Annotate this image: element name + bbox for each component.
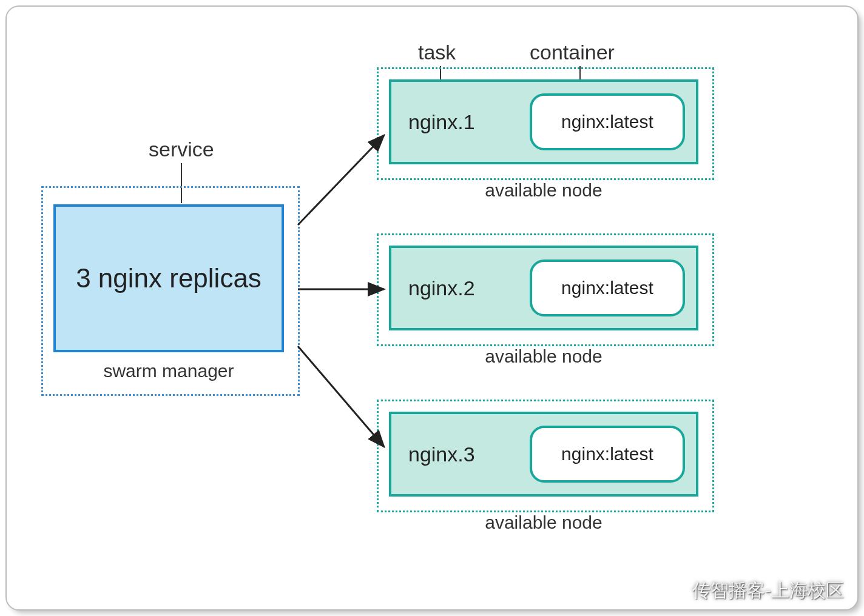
node-caption-3: available node bbox=[377, 512, 710, 533]
label-service: service bbox=[149, 138, 214, 161]
task-box-1: nginx.1 nginx:latest bbox=[389, 79, 698, 164]
task-box-3: nginx.3 nginx:latest bbox=[389, 412, 698, 497]
node-caption-1: available node bbox=[377, 180, 710, 201]
service-box: 3 nginx replicas bbox=[53, 204, 284, 352]
arrow-to-node-3 bbox=[298, 346, 384, 447]
task-name-3: nginx.3 bbox=[391, 443, 530, 466]
container-box-2: nginx:latest bbox=[530, 259, 685, 316]
container-text-1: nginx:latest bbox=[561, 112, 653, 132]
swarm-manager-caption: swarm manager bbox=[41, 361, 296, 381]
service-box-text: 3 nginx replicas bbox=[76, 263, 262, 293]
node-caption-2: available node bbox=[377, 346, 710, 367]
diagram-frame: service task container 3 nginx replicas … bbox=[7, 7, 857, 609]
task-box-2: nginx.2 nginx:latest bbox=[389, 246, 698, 330]
watermark-text: 传智播客-上海校区 bbox=[692, 578, 844, 603]
label-container: container bbox=[530, 41, 615, 64]
container-text-3: nginx:latest bbox=[561, 444, 653, 464]
container-text-2: nginx:latest bbox=[561, 278, 653, 298]
arrow-to-node-1 bbox=[298, 135, 384, 225]
task-name-1: nginx.1 bbox=[391, 110, 530, 134]
label-task: task bbox=[418, 41, 456, 64]
task-name-2: nginx.2 bbox=[391, 276, 530, 300]
container-box-1: nginx:latest bbox=[530, 93, 685, 150]
container-box-3: nginx:latest bbox=[530, 426, 685, 483]
